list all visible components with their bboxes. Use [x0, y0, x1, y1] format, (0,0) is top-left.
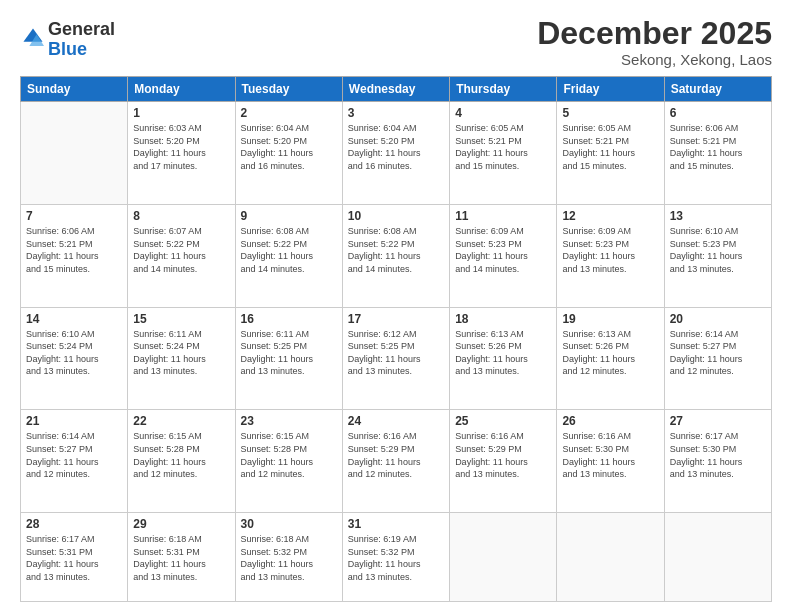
month-title: December 2025 — [537, 16, 772, 51]
table-row: 22Sunrise: 6:15 AM Sunset: 5:28 PM Dayli… — [128, 410, 235, 513]
table-row: 1Sunrise: 6:03 AM Sunset: 5:20 PM Daylig… — [128, 102, 235, 205]
day-info: Sunrise: 6:04 AM Sunset: 5:20 PM Dayligh… — [348, 122, 444, 172]
day-number: 11 — [455, 209, 551, 223]
table-row: 6Sunrise: 6:06 AM Sunset: 5:21 PM Daylig… — [664, 102, 771, 205]
day-number: 6 — [670, 106, 766, 120]
day-number: 28 — [26, 517, 122, 531]
day-info: Sunrise: 6:05 AM Sunset: 5:21 PM Dayligh… — [455, 122, 551, 172]
day-info: Sunrise: 6:13 AM Sunset: 5:26 PM Dayligh… — [562, 328, 658, 378]
day-number: 16 — [241, 312, 337, 326]
day-info: Sunrise: 6:10 AM Sunset: 5:24 PM Dayligh… — [26, 328, 122, 378]
day-info: Sunrise: 6:04 AM Sunset: 5:20 PM Dayligh… — [241, 122, 337, 172]
table-row: 17Sunrise: 6:12 AM Sunset: 5:25 PM Dayli… — [342, 307, 449, 410]
day-info: Sunrise: 6:11 AM Sunset: 5:24 PM Dayligh… — [133, 328, 229, 378]
day-number: 20 — [670, 312, 766, 326]
day-info: Sunrise: 6:09 AM Sunset: 5:23 PM Dayligh… — [562, 225, 658, 275]
day-number: 22 — [133, 414, 229, 428]
logo: General Blue — [20, 20, 115, 60]
col-monday: Monday — [128, 77, 235, 102]
day-info: Sunrise: 6:17 AM Sunset: 5:30 PM Dayligh… — [670, 430, 766, 480]
col-friday: Friday — [557, 77, 664, 102]
logo-blue-text: Blue — [48, 39, 87, 59]
day-number: 24 — [348, 414, 444, 428]
table-row: 9Sunrise: 6:08 AM Sunset: 5:22 PM Daylig… — [235, 204, 342, 307]
day-info: Sunrise: 6:03 AM Sunset: 5:20 PM Dayligh… — [133, 122, 229, 172]
day-info: Sunrise: 6:13 AM Sunset: 5:26 PM Dayligh… — [455, 328, 551, 378]
table-row: 11Sunrise: 6:09 AM Sunset: 5:23 PM Dayli… — [450, 204, 557, 307]
table-row: 26Sunrise: 6:16 AM Sunset: 5:30 PM Dayli… — [557, 410, 664, 513]
col-saturday: Saturday — [664, 77, 771, 102]
table-row: 30Sunrise: 6:18 AM Sunset: 5:32 PM Dayli… — [235, 513, 342, 602]
title-block: December 2025 Sekong, Xekong, Laos — [537, 16, 772, 68]
day-info: Sunrise: 6:19 AM Sunset: 5:32 PM Dayligh… — [348, 533, 444, 583]
table-row: 29Sunrise: 6:18 AM Sunset: 5:31 PM Dayli… — [128, 513, 235, 602]
day-number: 2 — [241, 106, 337, 120]
table-row — [21, 102, 128, 205]
day-info: Sunrise: 6:16 AM Sunset: 5:29 PM Dayligh… — [348, 430, 444, 480]
day-number: 14 — [26, 312, 122, 326]
table-row: 19Sunrise: 6:13 AM Sunset: 5:26 PM Dayli… — [557, 307, 664, 410]
table-row: 31Sunrise: 6:19 AM Sunset: 5:32 PM Dayli… — [342, 513, 449, 602]
table-row: 27Sunrise: 6:17 AM Sunset: 5:30 PM Dayli… — [664, 410, 771, 513]
day-info: Sunrise: 6:06 AM Sunset: 5:21 PM Dayligh… — [26, 225, 122, 275]
day-info: Sunrise: 6:16 AM Sunset: 5:29 PM Dayligh… — [455, 430, 551, 480]
table-row — [450, 513, 557, 602]
day-number: 4 — [455, 106, 551, 120]
col-tuesday: Tuesday — [235, 77, 342, 102]
day-info: Sunrise: 6:15 AM Sunset: 5:28 PM Dayligh… — [241, 430, 337, 480]
header-row: Sunday Monday Tuesday Wednesday Thursday… — [21, 77, 772, 102]
table-row: 28Sunrise: 6:17 AM Sunset: 5:31 PM Dayli… — [21, 513, 128, 602]
logo-icon — [22, 27, 44, 49]
day-number: 30 — [241, 517, 337, 531]
day-number: 31 — [348, 517, 444, 531]
day-number: 1 — [133, 106, 229, 120]
day-number: 25 — [455, 414, 551, 428]
day-info: Sunrise: 6:17 AM Sunset: 5:31 PM Dayligh… — [26, 533, 122, 583]
day-number: 5 — [562, 106, 658, 120]
day-number: 19 — [562, 312, 658, 326]
day-info: Sunrise: 6:14 AM Sunset: 5:27 PM Dayligh… — [670, 328, 766, 378]
day-info: Sunrise: 6:16 AM Sunset: 5:30 PM Dayligh… — [562, 430, 658, 480]
page: General Blue December 2025 Sekong, Xekon… — [0, 0, 792, 612]
day-number: 15 — [133, 312, 229, 326]
day-info: Sunrise: 6:05 AM Sunset: 5:21 PM Dayligh… — [562, 122, 658, 172]
col-thursday: Thursday — [450, 77, 557, 102]
col-sunday: Sunday — [21, 77, 128, 102]
day-number: 7 — [26, 209, 122, 223]
table-row: 4Sunrise: 6:05 AM Sunset: 5:21 PM Daylig… — [450, 102, 557, 205]
day-number: 27 — [670, 414, 766, 428]
day-info: Sunrise: 6:08 AM Sunset: 5:22 PM Dayligh… — [348, 225, 444, 275]
day-number: 10 — [348, 209, 444, 223]
day-number: 18 — [455, 312, 551, 326]
day-number: 3 — [348, 106, 444, 120]
table-row: 13Sunrise: 6:10 AM Sunset: 5:23 PM Dayli… — [664, 204, 771, 307]
table-row: 5Sunrise: 6:05 AM Sunset: 5:21 PM Daylig… — [557, 102, 664, 205]
table-row — [557, 513, 664, 602]
table-row: 12Sunrise: 6:09 AM Sunset: 5:23 PM Dayli… — [557, 204, 664, 307]
table-row: 15Sunrise: 6:11 AM Sunset: 5:24 PM Dayli… — [128, 307, 235, 410]
day-number: 21 — [26, 414, 122, 428]
table-row: 3Sunrise: 6:04 AM Sunset: 5:20 PM Daylig… — [342, 102, 449, 205]
day-info: Sunrise: 6:18 AM Sunset: 5:32 PM Dayligh… — [241, 533, 337, 583]
table-row: 14Sunrise: 6:10 AM Sunset: 5:24 PM Dayli… — [21, 307, 128, 410]
table-row: 20Sunrise: 6:14 AM Sunset: 5:27 PM Dayli… — [664, 307, 771, 410]
day-info: Sunrise: 6:09 AM Sunset: 5:23 PM Dayligh… — [455, 225, 551, 275]
day-info: Sunrise: 6:15 AM Sunset: 5:28 PM Dayligh… — [133, 430, 229, 480]
table-row: 25Sunrise: 6:16 AM Sunset: 5:29 PM Dayli… — [450, 410, 557, 513]
day-info: Sunrise: 6:14 AM Sunset: 5:27 PM Dayligh… — [26, 430, 122, 480]
day-info: Sunrise: 6:07 AM Sunset: 5:22 PM Dayligh… — [133, 225, 229, 275]
day-number: 9 — [241, 209, 337, 223]
table-row — [664, 513, 771, 602]
table-row: 16Sunrise: 6:11 AM Sunset: 5:25 PM Dayli… — [235, 307, 342, 410]
day-number: 13 — [670, 209, 766, 223]
day-number: 8 — [133, 209, 229, 223]
day-info: Sunrise: 6:08 AM Sunset: 5:22 PM Dayligh… — [241, 225, 337, 275]
calendar-table: Sunday Monday Tuesday Wednesday Thursday… — [20, 76, 772, 602]
col-wednesday: Wednesday — [342, 77, 449, 102]
day-number: 12 — [562, 209, 658, 223]
day-info: Sunrise: 6:06 AM Sunset: 5:21 PM Dayligh… — [670, 122, 766, 172]
table-row: 21Sunrise: 6:14 AM Sunset: 5:27 PM Dayli… — [21, 410, 128, 513]
day-number: 17 — [348, 312, 444, 326]
table-row: 24Sunrise: 6:16 AM Sunset: 5:29 PM Dayli… — [342, 410, 449, 513]
table-row: 10Sunrise: 6:08 AM Sunset: 5:22 PM Dayli… — [342, 204, 449, 307]
